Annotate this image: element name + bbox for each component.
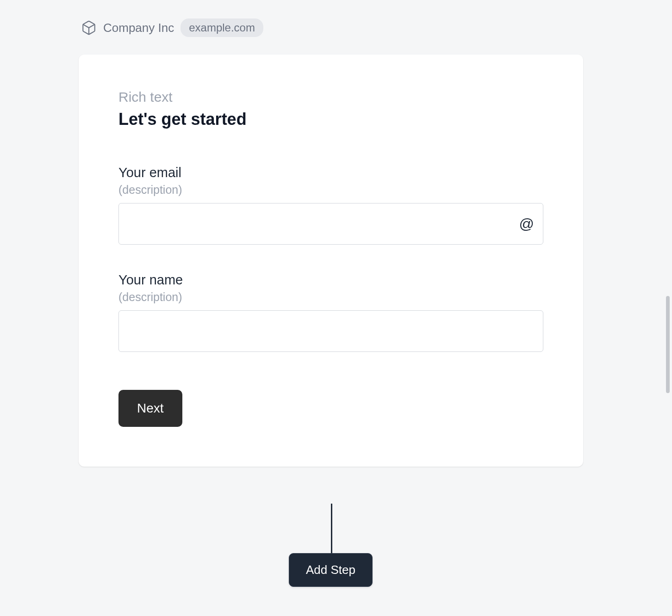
email-label: Your email bbox=[118, 165, 543, 180]
connector-line bbox=[331, 504, 332, 554]
form-heading: Let's get started bbox=[118, 110, 543, 129]
section-label: Rich text bbox=[118, 89, 543, 105]
email-description: (description) bbox=[118, 183, 543, 197]
name-field-group: Your name (description) bbox=[118, 272, 543, 352]
email-input[interactable] bbox=[118, 203, 543, 245]
scrollbar-thumb[interactable] bbox=[666, 296, 670, 393]
name-description: (description) bbox=[118, 290, 543, 304]
form-card: Rich text Let's get started Your email (… bbox=[79, 55, 583, 467]
cube-icon bbox=[81, 20, 97, 36]
next-button[interactable]: Next bbox=[118, 390, 182, 427]
email-input-wrapper: @ bbox=[118, 203, 543, 245]
header: Company Inc example.com bbox=[0, 0, 672, 37]
email-field-group: Your email (description) @ bbox=[118, 165, 543, 245]
name-input[interactable] bbox=[118, 310, 543, 352]
add-step-button[interactable]: Add Step bbox=[289, 553, 373, 587]
domain-badge: example.com bbox=[180, 18, 263, 37]
name-input-wrapper bbox=[118, 310, 543, 352]
company-name: Company Inc bbox=[103, 21, 174, 35]
name-label: Your name bbox=[118, 272, 543, 288]
